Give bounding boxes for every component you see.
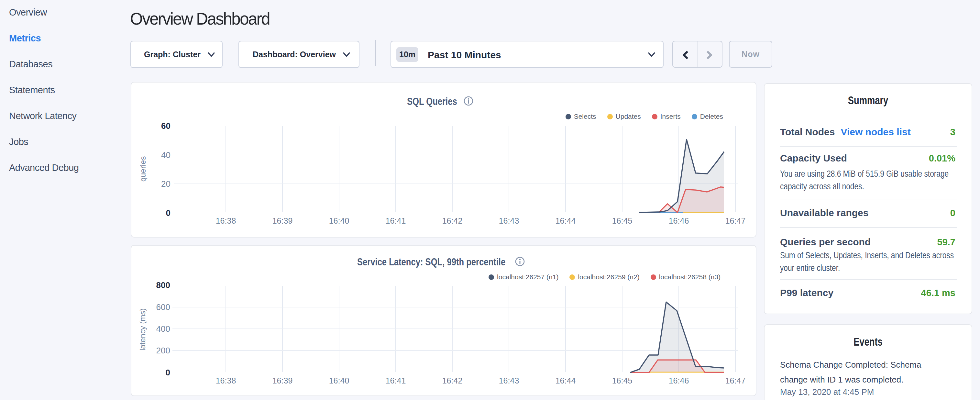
svg-text:16:44: 16:44: [555, 376, 576, 385]
svg-text:200: 200: [156, 346, 170, 355]
svg-text:40: 40: [161, 150, 170, 160]
svg-text:16:38: 16:38: [216, 216, 236, 225]
svg-text:16:43: 16:43: [499, 216, 519, 225]
svg-text:16:42: 16:42: [442, 216, 463, 225]
svg-text:16:42: 16:42: [442, 376, 463, 385]
svg-text:600: 600: [156, 302, 170, 312]
svg-text:16:47: 16:47: [725, 376, 746, 385]
svg-text:0: 0: [166, 208, 170, 218]
svg-text:16:43: 16:43: [499, 376, 519, 385]
svg-text:16:40: 16:40: [329, 216, 349, 225]
svg-text:16:39: 16:39: [272, 216, 293, 225]
svg-text:16:41: 16:41: [386, 376, 406, 385]
svg-text:400: 400: [156, 324, 170, 334]
svg-text:800: 800: [156, 280, 170, 290]
svg-text:16:45: 16:45: [612, 216, 633, 225]
svg-text:0: 0: [165, 368, 170, 377]
svg-text:16:45: 16:45: [612, 376, 633, 385]
svg-text:60: 60: [161, 121, 170, 131]
svg-text:16:39: 16:39: [272, 376, 293, 385]
svg-text:latency (ms): latency (ms): [138, 308, 147, 351]
svg-text:16:46: 16:46: [669, 376, 689, 385]
svg-text:16:38: 16:38: [216, 376, 236, 385]
svg-text:16:46: 16:46: [669, 216, 689, 225]
svg-text:queries: queries: [138, 156, 147, 182]
svg-text:16:41: 16:41: [386, 216, 406, 225]
svg-text:16:40: 16:40: [329, 376, 349, 385]
svg-text:16:44: 16:44: [555, 216, 576, 225]
svg-text:16:47: 16:47: [725, 216, 746, 225]
svg-text:20: 20: [161, 179, 170, 189]
